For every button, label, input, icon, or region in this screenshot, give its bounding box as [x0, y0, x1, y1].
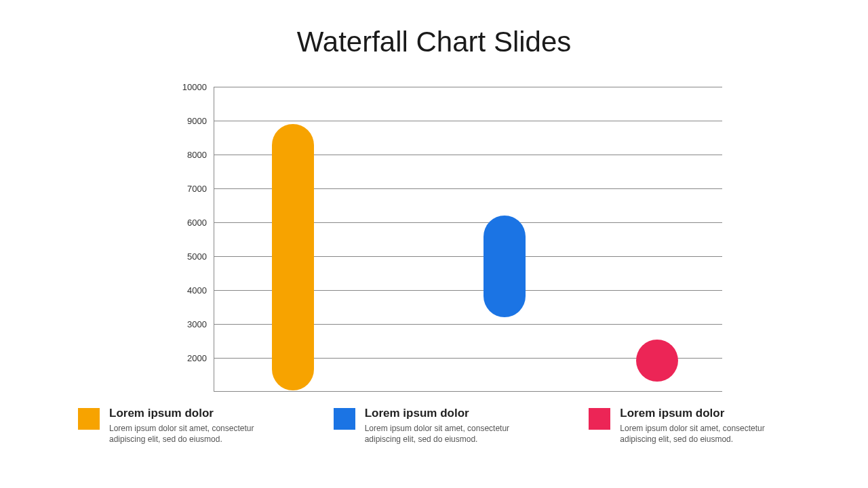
chart-bar: [484, 216, 526, 317]
y-tick-label: 2000: [187, 353, 207, 363]
chart-gridline: [214, 121, 722, 121]
y-tick-label: 6000: [187, 218, 207, 228]
legend-desc: Lorem ipsum dolor sit amet, consectetur …: [109, 423, 286, 445]
chart-gridline: [214, 87, 722, 87]
legend-desc: Lorem ipsum dolor sit amet, consectetur …: [365, 423, 542, 445]
y-tick-label: 3000: [187, 319, 207, 329]
legend-swatch: [78, 408, 100, 430]
y-tick-label: 8000: [187, 150, 207, 160]
chart-bar: [272, 124, 314, 390]
legend-item: Lorem ipsum dolor Lorem ipsum dolor sit …: [78, 407, 286, 445]
page-title: Waterfall Chart Slides: [0, 26, 868, 58]
legend-item: Lorem ipsum dolor Lorem ipsum dolor sit …: [334, 407, 542, 445]
y-tick-label: 10000: [182, 82, 207, 92]
y-tick-label: 9000: [187, 116, 207, 126]
y-tick-label: 7000: [187, 184, 207, 194]
legend-desc: Lorem ipsum dolor sit amet, consectetur …: [620, 423, 797, 445]
legend-text: Lorem ipsum dolor Lorem ipsum dolor sit …: [620, 407, 797, 445]
legend-text: Lorem ipsum dolor Lorem ipsum dolor sit …: [109, 407, 286, 445]
legend-item: Lorem ipsum dolor Lorem ipsum dolor sit …: [589, 407, 797, 445]
legend-swatch: [589, 408, 610, 430]
chart-plot-area: [214, 87, 722, 392]
legend-title: Lorem ipsum dolor: [365, 407, 542, 420]
legend-row: Lorem ipsum dolor Lorem ipsum dolor sit …: [78, 407, 797, 445]
y-tick-label: 4000: [187, 285, 207, 296]
legend-title: Lorem ipsum dolor: [620, 407, 797, 420]
y-tick-label: 5000: [187, 251, 207, 262]
legend-title: Lorem ipsum dolor: [109, 407, 286, 420]
legend-text: Lorem ipsum dolor Lorem ipsum dolor sit …: [365, 407, 542, 445]
legend-swatch: [334, 408, 355, 430]
chart-bar: [636, 340, 678, 382]
